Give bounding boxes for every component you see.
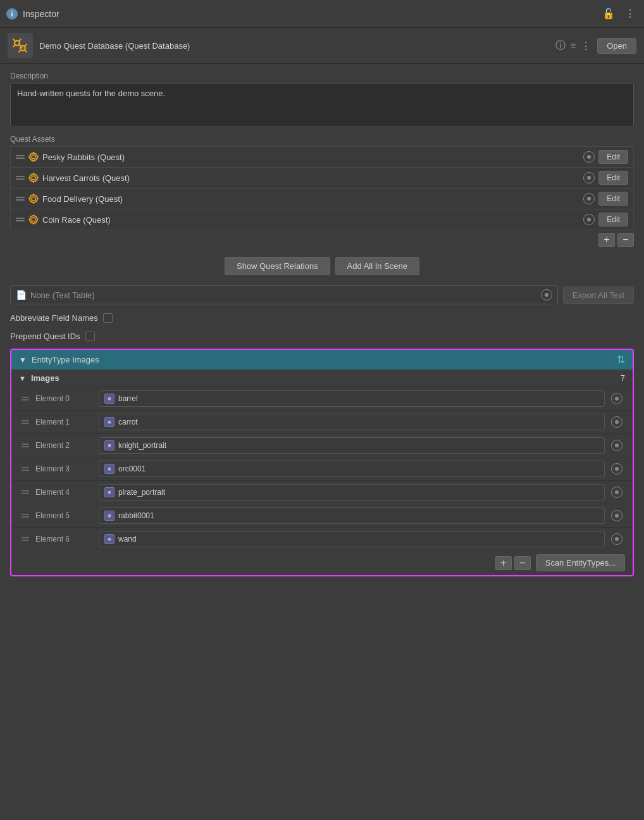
open-button[interactable]: Open — [597, 38, 636, 54]
element-value-text: knight_portrait — [118, 441, 166, 450]
menu-icon[interactable]: ⋮ — [622, 6, 638, 21]
asset-icon — [8, 33, 33, 58]
filter-icon[interactable]: ≡ — [571, 40, 576, 51]
entity-triangle-icon: ▼ — [19, 356, 27, 364]
add-all-in-scene-button[interactable]: Add All In Scene — [335, 257, 419, 275]
edit-button[interactable]: Edit — [598, 150, 628, 164]
quest-icon — [28, 173, 39, 183]
drag-handle[interactable] — [16, 197, 25, 201]
sprite-icon: ■ — [104, 417, 115, 427]
prepend-quest-checkbox[interactable] — [85, 332, 95, 341]
text-table-field[interactable]: 📄 None (Text Table) — [10, 285, 558, 304]
element-drag-handle[interactable] — [22, 537, 29, 541]
inspector-title: Inspector — [23, 9, 59, 19]
svg-point-21 — [32, 218, 35, 221]
asset-header: Demo Quest Database (Quest Database) ⓘ ≡… — [0, 28, 644, 64]
text-table-row: 📄 None (Text Table) Export All Text — [10, 285, 634, 304]
entity-remove-button[interactable]: − — [514, 556, 531, 570]
element-target-icon[interactable] — [611, 463, 622, 475]
quest-rows: Pesky Rabbits (Quest) Edit Harvest Carro… — [10, 146, 634, 230]
element-target-icon[interactable] — [611, 487, 622, 498]
entity-add-button[interactable]: + — [495, 556, 512, 570]
quest-add-button[interactable]: + — [598, 233, 615, 247]
text-table-value: None (Text Table) — [30, 290, 95, 300]
info-icon: i — [6, 8, 18, 20]
edit-button[interactable]: Edit — [598, 192, 628, 206]
quest-asset-row: Harvest Carrots (Quest) Edit — [10, 167, 634, 188]
asset-title: Demo Quest Database (Quest Database) — [39, 41, 549, 51]
element-value-text: barrel — [118, 394, 138, 403]
target-icon[interactable] — [583, 172, 595, 183]
quest-db-icon — [10, 35, 30, 56]
element-drag-handle[interactable] — [22, 514, 29, 518]
asset-header-icons: ⓘ ≡ ⋮ — [555, 39, 591, 53]
svg-point-2 — [30, 153, 37, 161]
element-target-icon[interactable] — [611, 440, 622, 451]
element-drag-handle[interactable] — [22, 444, 29, 447]
sprite-icon: ■ — [104, 511, 115, 521]
target-icon[interactable] — [583, 214, 595, 225]
abbreviate-field-checkbox[interactable] — [103, 313, 113, 323]
element-row: Element 1 ■ carrot — [11, 410, 633, 433]
show-quest-relations-button[interactable]: Show Quest Relations — [225, 257, 330, 275]
element-target-icon[interactable] — [611, 533, 622, 545]
element-target-icon[interactable] — [611, 416, 622, 428]
quest-asset-row: Food Delivery (Quest) Edit — [10, 188, 634, 209]
scan-entity-types-button[interactable]: Scan EntityTypes... — [536, 554, 625, 571]
abbreviate-field-row: Abbreviate Field Names — [10, 313, 634, 323]
lock-icon[interactable]: 🔓 — [600, 6, 617, 21]
quest-asset-row: Pesky Rabbits (Quest) Edit — [10, 146, 634, 167]
file-icon: 📄 — [16, 290, 27, 300]
prepend-quest-label: Prepend Quest IDs — [10, 332, 80, 341]
quest-assets-label: Quest Assets — [10, 135, 634, 144]
element-target-icon[interactable] — [611, 393, 622, 404]
inspector-header: i Inspector 🔓 ⋮ — [0, 0, 644, 28]
element-row: Element 4 ■ pirate_portrait — [11, 480, 633, 504]
entity-expand-icon[interactable]: ⇅ — [617, 354, 625, 366]
drag-handle[interactable] — [16, 176, 25, 180]
element-drag-handle[interactable] — [22, 467, 29, 471]
target-icon[interactable] — [583, 151, 595, 163]
quest-assets-section: Quest Assets Pesky Rabbits (Quest) Edit — [10, 135, 634, 247]
text-table-target-icon[interactable] — [541, 289, 552, 301]
element-drag-handle[interactable] — [22, 490, 29, 494]
sprite-icon: ■ — [104, 440, 115, 450]
images-count: 7 — [621, 373, 625, 383]
description-text[interactable]: Hand-written quests for the demo scene. — [10, 83, 634, 127]
element-drag-handle[interactable] — [22, 397, 29, 401]
drag-handle[interactable] — [16, 218, 25, 221]
element-rows: Element 0 ■ barrel Element 1 ■ carrot El… — [11, 387, 633, 550]
quest-name: Coin Race (Quest) — [42, 215, 579, 225]
target-icon[interactable] — [583, 193, 595, 204]
quest-name: Pesky Rabbits (Quest) — [42, 152, 579, 162]
element-label: Element 4 — [35, 488, 92, 497]
element-value-text: rabbit0001 — [118, 511, 154, 520]
element-row: Element 0 ■ barrel — [11, 387, 633, 410]
element-target-icon[interactable] — [611, 510, 622, 521]
element-value-field[interactable]: ■ rabbit0001 — [99, 507, 605, 524]
sprite-icon: ■ — [104, 534, 115, 544]
images-label: Images — [31, 373, 616, 383]
svg-point-20 — [30, 216, 37, 223]
element-drag-handle[interactable] — [22, 420, 29, 424]
element-label: Element 6 — [35, 535, 92, 544]
sprite-icon: ■ — [104, 464, 115, 474]
edit-button[interactable]: Edit — [598, 213, 628, 227]
drag-handle[interactable] — [16, 155, 25, 159]
element-value-field[interactable]: ■ barrel — [99, 390, 605, 407]
element-value-field[interactable]: ■ carrot — [99, 414, 605, 430]
prepend-quest-row: Prepend Quest IDs — [10, 332, 634, 341]
edit-button[interactable]: Edit — [598, 171, 628, 185]
quest-asset-row: Coin Race (Quest) Edit — [10, 209, 634, 230]
element-value-field[interactable]: ■ wand — [99, 531, 605, 547]
element-value-field[interactable]: ■ knight_portrait — [99, 437, 605, 454]
element-value-field[interactable]: ■ orc0001 — [99, 461, 605, 477]
export-all-text-button[interactable]: Export All Text — [563, 287, 634, 304]
quest-remove-button[interactable]: − — [617, 233, 634, 247]
help-icon[interactable]: ⓘ — [555, 39, 566, 53]
entity-bottom-row: + − Scan EntityTypes... — [11, 550, 633, 575]
asset-menu-icon[interactable]: ⋮ — [581, 40, 591, 52]
element-value-field[interactable]: ■ pirate_portrait — [99, 484, 605, 500]
sprite-icon: ■ — [104, 394, 115, 404]
quest-name: Food Delivery (Quest) — [42, 194, 579, 204]
